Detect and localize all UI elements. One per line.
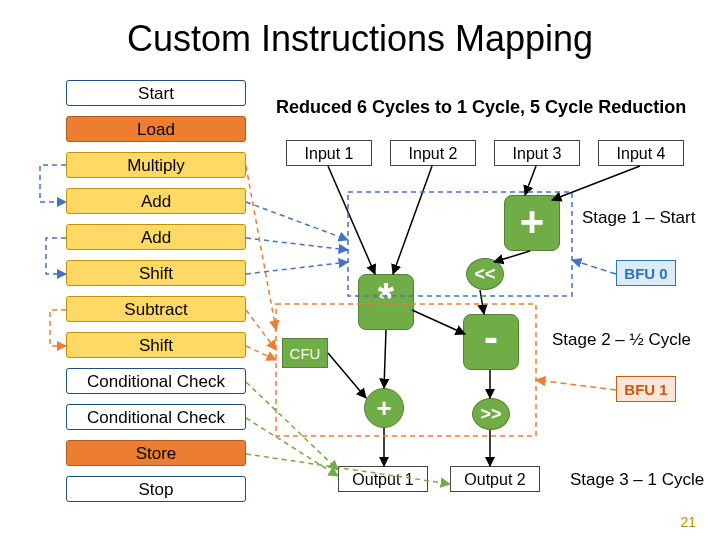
input-3: Input 3 bbox=[494, 140, 580, 166]
svg-line-0 bbox=[328, 166, 375, 274]
op-minus: - bbox=[463, 314, 519, 370]
step-multiply: Multiply bbox=[66, 152, 246, 178]
step-add-2: Add bbox=[66, 224, 246, 250]
bfu-0: BFU 0 bbox=[616, 260, 676, 286]
cfu-box: CFU bbox=[282, 338, 328, 368]
step-store: Store bbox=[66, 440, 246, 466]
bfu-1: BFU 1 bbox=[616, 376, 676, 402]
svg-line-17 bbox=[572, 260, 616, 274]
svg-line-4 bbox=[494, 251, 530, 262]
svg-line-1 bbox=[393, 166, 432, 274]
svg-line-23 bbox=[246, 418, 338, 476]
output-2: Output 2 bbox=[450, 466, 540, 492]
svg-line-16 bbox=[246, 262, 348, 274]
svg-line-5 bbox=[480, 290, 484, 314]
step-stop: Stop bbox=[66, 476, 246, 502]
svg-line-3 bbox=[552, 166, 640, 200]
step-start: Start bbox=[66, 80, 246, 106]
slide-title: Custom Instructions Mapping bbox=[0, 18, 720, 60]
svg-line-14 bbox=[246, 202, 348, 240]
op-shift-right: >> bbox=[472, 398, 510, 430]
page-number: 21 bbox=[680, 514, 696, 530]
svg-line-2 bbox=[525, 166, 536, 195]
step-cond-2: Conditional Check bbox=[66, 404, 246, 430]
svg-line-21 bbox=[536, 380, 616, 390]
step-subtract: Subtract bbox=[66, 296, 246, 322]
step-add-1: Add bbox=[66, 188, 246, 214]
slide-subtitle: Reduced 6 Cycles to 1 Cycle, 5 Cycle Red… bbox=[276, 97, 686, 118]
step-load: Load bbox=[66, 116, 246, 142]
op-shift-left: << bbox=[466, 258, 504, 290]
stage-3-label: Stage 3 – 1 Cycle bbox=[570, 470, 704, 490]
output-1: Output 1 bbox=[338, 466, 428, 492]
op-mult: * bbox=[358, 274, 414, 330]
op-plus-small: + bbox=[364, 388, 404, 428]
input-1: Input 1 bbox=[286, 140, 372, 166]
input-2: Input 2 bbox=[390, 140, 476, 166]
step-cond-1: Conditional Check bbox=[66, 368, 246, 394]
svg-line-20 bbox=[246, 166, 276, 330]
step-shift-2: Shift bbox=[66, 332, 246, 358]
step-shift-1: Shift bbox=[66, 260, 246, 286]
op-plus-big: + bbox=[504, 195, 560, 251]
input-4: Input 4 bbox=[598, 140, 684, 166]
svg-line-15 bbox=[246, 238, 348, 250]
svg-line-22 bbox=[246, 382, 338, 470]
svg-line-18 bbox=[246, 310, 276, 350]
svg-line-7 bbox=[384, 330, 386, 388]
svg-line-6 bbox=[412, 310, 465, 334]
stage-2-label: Stage 2 – ½ Cycle bbox=[552, 330, 691, 350]
stage-1-label: Stage 1 – Start bbox=[582, 208, 695, 228]
svg-line-19 bbox=[246, 346, 276, 360]
svg-line-8 bbox=[328, 353, 366, 398]
